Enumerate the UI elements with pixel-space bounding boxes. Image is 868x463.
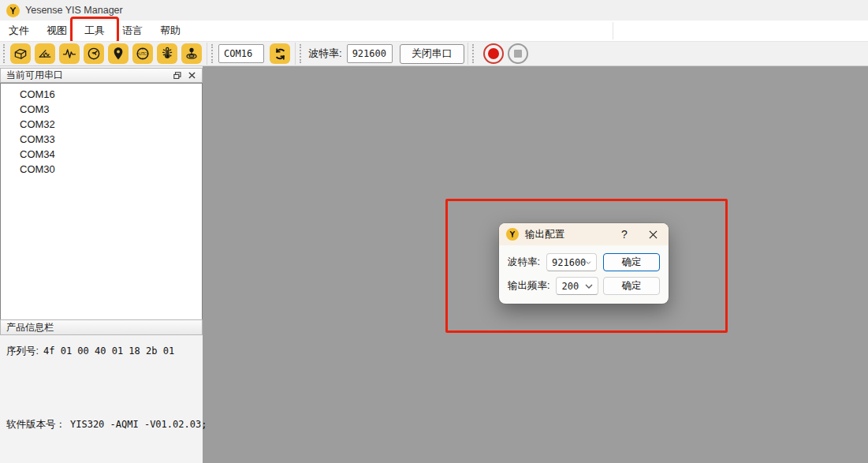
dialog-title-bar: 输出配置 ? [499, 223, 669, 245]
menu-language[interactable]: 语言 [114, 21, 151, 41]
dialog-rate-select[interactable]: 200 [556, 277, 598, 295]
baud-rate-label: 波特率: [308, 47, 342, 61]
menu-bar: 文件 视图 工具 语言 帮助 [0, 21, 868, 41]
ports-panel-header: 当前可用串口 [0, 68, 203, 83]
record-dot [488, 48, 499, 59]
toolbar-drag-handle[interactable] [211, 44, 214, 63]
toolbar-separator [207, 43, 207, 65]
left-dock: 当前可用串口 COM16 COM3 COM32 COM33 COM34 COM3… [0, 66, 203, 463]
toolbar-drag-handle[interactable] [3, 44, 6, 63]
dialog-rate-ok-button[interactable]: 确定 [603, 277, 660, 295]
list-item-port[interactable]: COM3 [1, 102, 202, 117]
dialog-baud-row: 波特率: 921600 确定 [508, 253, 660, 271]
info-panel-body: 序列号: 4f 01 00 40 01 18 2b 01 软件版本号： YIS3… [0, 335, 203, 463]
app-logo-icon [6, 4, 20, 17]
dialog-title: 输出配置 [525, 228, 564, 241]
list-item-port[interactable]: COM32 [1, 117, 202, 132]
list-item-port[interactable]: COM16 [1, 87, 202, 102]
info-panel-title: 产品信息栏 [6, 321, 54, 334]
workspace: 当前可用串口 COM16 COM3 COM32 COM33 COM34 COM3… [0, 66, 868, 463]
app-window: Yesense YIS Manager 文件 视图 工具 语言 帮助 [0, 0, 868, 463]
firmware-version-value: YIS320 -AQMI -V01.02.03; [70, 419, 207, 430]
stop-square [514, 50, 522, 58]
refresh-ports-icon[interactable] [270, 43, 290, 64]
firmware-version-row: 软件版本号： YIS320 -AQMI -V01.02.03; [0, 418, 203, 431]
list-item-port[interactable]: COM33 [1, 132, 202, 147]
serial-number-row: 序列号: 4f 01 00 40 01 18 2b 01 [0, 345, 203, 358]
com-port-value: COM16 [224, 48, 252, 59]
firmware-version-label: 软件版本号： [6, 418, 65, 431]
com-port-select[interactable]: COM16 [218, 44, 264, 63]
window-title: Yesense YIS Manager [25, 5, 123, 16]
close-panel-icon[interactable] [184, 69, 199, 82]
chevron-down-icon [585, 284, 593, 289]
toolbar: UTC COM16 [0, 41, 868, 66]
menu-help[interactable]: 帮助 [151, 21, 189, 41]
record-icon[interactable] [483, 43, 504, 64]
output-config-dialog: 输出配置 ? 波特率: 921600 确定 输出频率: 200 [499, 223, 669, 304]
stop-icon[interactable] [508, 43, 528, 64]
list-item-port[interactable]: COM34 [1, 147, 202, 162]
dialog-close-icon[interactable] [644, 226, 661, 243]
ports-panel-title: 当前可用串口 [6, 69, 63, 82]
utc-clock-text: UTC [139, 51, 147, 56]
gauge-icon[interactable] [84, 43, 104, 64]
dialog-rate-value: 200 [561, 281, 579, 292]
angle-wave-icon[interactable] [35, 43, 55, 64]
menu-view[interactable]: 视图 [38, 21, 76, 41]
location-pin-icon[interactable] [108, 43, 129, 64]
toolbar-separator [468, 43, 468, 65]
menubar-divider [613, 22, 613, 39]
float-panel-icon[interactable] [170, 69, 184, 82]
title-bar: Yesense YIS Manager [0, 0, 868, 21]
close-serial-button[interactable]: 关闭串口 [400, 44, 464, 64]
menu-file[interactable]: 文件 [0, 21, 38, 41]
thermometer-icon[interactable] [157, 43, 177, 64]
baud-rate-value: 921600 [352, 48, 386, 59]
menu-tools[interactable]: 工具 [76, 21, 114, 41]
level-ball-icon[interactable] [181, 43, 202, 64]
dialog-rate-row: 输出频率: 200 确定 [508, 277, 660, 295]
serial-number-label: 序列号: [6, 345, 39, 358]
toolbar-drag-handle[interactable] [472, 44, 475, 63]
dialog-logo-icon [506, 228, 519, 241]
toolbar-drag-handle[interactable] [300, 44, 303, 63]
waveform-icon[interactable] [59, 43, 80, 64]
list-item-port[interactable]: COM30 [1, 162, 202, 177]
dialog-body: 波特率: 921600 确定 输出频率: 200 确定 [499, 245, 669, 304]
serial-number-value: 4f 01 00 40 01 18 2b 01 [43, 345, 174, 357]
baud-rate-select[interactable]: 921600 [347, 44, 393, 63]
dialog-baud-ok-button[interactable]: 确定 [603, 253, 660, 271]
info-panel-header: 产品信息栏 [0, 319, 203, 335]
dialog-rate-label: 输出频率: [508, 279, 549, 293]
toolbar-separator [295, 43, 296, 65]
chevron-down-icon [586, 260, 591, 265]
dialog-help-button[interactable]: ? [616, 228, 633, 241]
chevron-down-icon [259, 51, 259, 56]
dialog-baud-value: 921600 [552, 257, 586, 268]
dialog-baud-label: 波特率: [508, 256, 540, 269]
dialog-baud-select[interactable]: 921600 [546, 253, 597, 271]
cube-3d-icon[interactable] [10, 43, 31, 64]
utc-clock-icon[interactable]: UTC [132, 43, 153, 64]
menu-tools-label: 工具 [84, 24, 105, 36]
